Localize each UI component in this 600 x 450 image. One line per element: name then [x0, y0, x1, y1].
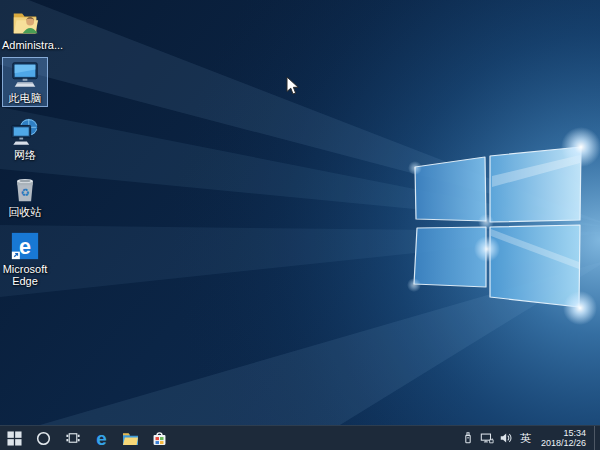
desktop-icon-recycle-bin[interactable]: ♻ 回收站	[2, 171, 48, 221]
language-indicator[interactable]: 英	[518, 426, 533, 450]
task-view-icon	[65, 430, 81, 446]
start-button[interactable]	[0, 426, 29, 450]
taskbar-empty-area	[174, 426, 461, 450]
network-tray-button[interactable]	[480, 431, 494, 445]
store-bag-icon	[151, 430, 168, 447]
svg-text:e: e	[19, 234, 31, 259]
desktop[interactable]: Administra... 此电脑 网络	[0, 0, 600, 425]
svg-text:♻: ♻	[20, 186, 29, 198]
folder-icon	[122, 431, 139, 446]
system-tray: 英 15:34 2018/12/26	[461, 426, 600, 450]
desktop-icon-label: 此电脑	[9, 92, 42, 104]
usb-tray-button[interactable]	[461, 431, 475, 445]
edge-taskbar-button[interactable]: e	[87, 426, 116, 450]
taskbar: e	[0, 425, 600, 450]
desktop-icon-this-pc[interactable]: 此电脑	[2, 57, 48, 107]
windows-logo-icon	[7, 431, 22, 446]
store-button[interactable]	[145, 426, 174, 450]
edge-icon: e	[10, 231, 40, 261]
usb-icon	[461, 431, 475, 445]
recycle-bin-icon: ♻	[10, 174, 40, 204]
desktop-icon-label: 网络	[14, 149, 36, 161]
clock-time: 15:34	[541, 428, 586, 438]
desktop-icon-network[interactable]: 网络	[2, 114, 48, 164]
task-view-button[interactable]	[58, 426, 87, 450]
clock-date: 2018/12/26	[541, 438, 586, 448]
clock[interactable]: 15:34 2018/12/26	[538, 428, 589, 448]
network-icon	[10, 117, 40, 147]
desktop-icon-label: Microsoft Edge	[3, 263, 48, 287]
cortana-search-button[interactable]	[29, 426, 58, 450]
desktop-icon-label: Administra...	[2, 39, 48, 51]
volume-tray-button[interactable]	[499, 431, 513, 445]
taskbar-left: e	[0, 426, 174, 450]
desktop-icon-administrator[interactable]: Administra...	[2, 4, 48, 54]
circle-icon	[36, 431, 51, 446]
desktop-icon-microsoft-edge[interactable]: e Microsoft Edge	[2, 228, 48, 290]
show-desktop-button[interactable]	[594, 426, 598, 450]
edge-e-icon: e	[96, 426, 107, 450]
user-folder-icon	[10, 7, 40, 37]
file-explorer-button[interactable]	[116, 426, 145, 450]
wallpaper	[0, 0, 600, 425]
network-status-icon	[480, 431, 494, 445]
speaker-icon	[499, 431, 513, 445]
this-pc-icon	[10, 60, 40, 90]
desktop-icon-label: 回收站	[9, 206, 42, 218]
